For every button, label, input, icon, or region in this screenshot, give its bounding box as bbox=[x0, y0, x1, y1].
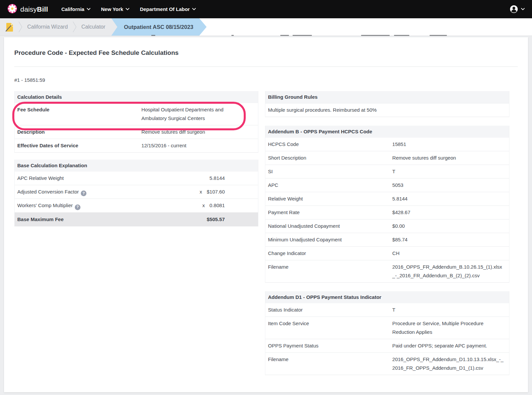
row-value: x 0.8081 bbox=[139, 201, 258, 210]
table-row: Fee Schedule Hospital Outpatient Departm… bbox=[15, 103, 258, 125]
base-maximum-fee-row: Base Maximum Fee $505.57 bbox=[15, 212, 258, 226]
row-value: 2016_OPPS_FR_Addendum_D1.10.13.15.xlsx_-… bbox=[390, 355, 507, 372]
row-value: 5.8144 bbox=[390, 195, 509, 203]
wizard-document-icon[interactable] bbox=[5, 22, 14, 32]
section-header: Base Calculation Explanation bbox=[15, 160, 258, 172]
row-value: 2016_OPPS_FR_Addendum_B.10.26.15_(1).xls… bbox=[390, 263, 507, 280]
nav-menu: California New York Department Of Labor bbox=[58, 3, 200, 15]
nav-item-california[interactable]: California bbox=[58, 3, 94, 15]
row-label: Filename bbox=[265, 263, 390, 280]
row-value: Procedure or Service, Multiple Procedure… bbox=[390, 319, 509, 336]
row-value: x $107.60 bbox=[139, 188, 258, 196]
section-header: Billing Ground Rules bbox=[265, 91, 509, 103]
row-label: OPPS Payment Status bbox=[265, 341, 390, 350]
user-icon bbox=[509, 5, 518, 14]
nav-item-label: New York bbox=[101, 6, 123, 12]
addendum-d1-table: Addendum D1 - OPPS Payment Status Indica… bbox=[265, 291, 509, 375]
row-label: APC Relative Weight bbox=[15, 174, 139, 183]
chevron-right-icon bbox=[72, 21, 77, 33]
row-label: National Unadjusted Copayment bbox=[265, 222, 390, 230]
row-label: Description bbox=[15, 128, 139, 136]
daisy-flower-icon bbox=[7, 4, 17, 15]
breadcrumb-trail: California Wizard Calculator bbox=[0, 18, 117, 36]
table-row: Filename 2016_OPPS_FR_Addendum_B.10.26.1… bbox=[265, 260, 509, 282]
table-row: Adjusted Conversion Factor? x $107.60 bbox=[15, 185, 258, 198]
row-value: 12/15/2016 - current bbox=[139, 141, 245, 150]
addendum-b-table: Addendum B - OPPS Payment HCPCS Code HCP… bbox=[265, 126, 509, 283]
row-value: T bbox=[390, 306, 509, 314]
table-row: Short Description Remove sutures diff su… bbox=[265, 151, 509, 165]
row-value: $0.00 bbox=[390, 222, 509, 230]
table-row: Description Remove sutures diff surgeon bbox=[15, 125, 258, 139]
row-label: Short Description bbox=[265, 154, 390, 162]
help-icon[interactable]: ? bbox=[75, 204, 80, 210]
table-row: Effective Dates of Service 12/15/2016 - … bbox=[15, 139, 258, 152]
chevron-right-icon bbox=[18, 21, 23, 33]
addendum-b-rows: HCPCS Code 15851 Short Description Remov… bbox=[265, 138, 509, 282]
help-icon[interactable]: ? bbox=[81, 191, 86, 196]
nav-item-department-of-labor[interactable]: Department Of Labor bbox=[136, 3, 200, 15]
table-row: HCPCS Code 15851 bbox=[265, 138, 509, 151]
calculation-details-rows: Fee Schedule Hospital Outpatient Departm… bbox=[15, 103, 258, 152]
row-value: $428.67 bbox=[390, 208, 509, 217]
section-header: Addendum D1 - OPPS Payment Status Indica… bbox=[265, 291, 509, 303]
row-label: SI bbox=[265, 167, 390, 176]
row-label: Adjusted Conversion Factor? bbox=[15, 188, 139, 196]
row-value: Remove sutures diff surgeon bbox=[139, 128, 245, 136]
row-label: Relative Weight bbox=[265, 195, 390, 203]
row-value: Remove sutures diff surgeon bbox=[390, 154, 509, 162]
table-row: SI T bbox=[265, 165, 509, 178]
row-label: Filename bbox=[265, 355, 390, 372]
table-row: Filename 2016_OPPS_FR_Addendum_D1.10.13.… bbox=[265, 352, 509, 375]
breadcrumb-item-california-wizard[interactable]: California Wizard bbox=[27, 24, 68, 30]
row-value: $85.74 bbox=[390, 235, 509, 244]
row-value: Paid under OPPS; separate APC payment. bbox=[390, 341, 509, 350]
billing-ground-rules-section: Billing Ground Rules Multiple surgical p… bbox=[265, 91, 509, 117]
app-root: daisyBill California New York Department… bbox=[0, 0, 532, 395]
billing-ground-rules-text: Multiple surgical procedures. Reimbursed… bbox=[265, 103, 509, 117]
table-row: Relative Weight 5.8144 bbox=[265, 192, 509, 205]
nav-item-label: California bbox=[62, 6, 84, 12]
content-card: Procedure Code - Expected Fee Schedule C… bbox=[4, 37, 528, 392]
breadcrumb-item-calculator[interactable]: Calculator bbox=[81, 24, 105, 30]
title-divider bbox=[14, 66, 518, 67]
row-label: HCPCS Code bbox=[265, 140, 390, 149]
row-label: Status Indicator bbox=[265, 306, 390, 314]
table-row: Payment Rate $428.67 bbox=[265, 205, 509, 219]
breadcrumb: California Wizard Calculator Outpatient … bbox=[0, 18, 532, 36]
chevron-down-icon bbox=[192, 8, 196, 10]
table-row: Change Indicator CH bbox=[265, 246, 509, 260]
row-label: APC bbox=[265, 181, 390, 190]
page-body: Procedure Code - Expected Fee Schedule C… bbox=[0, 36, 532, 395]
multiplication-operator: x bbox=[200, 188, 202, 196]
daisybill-logo[interactable]: daisyBill bbox=[7, 4, 48, 15]
procedure-item-heading: #1 - 15851:59 bbox=[14, 77, 518, 83]
user-menu[interactable] bbox=[509, 5, 525, 14]
breadcrumb-active-item[interactable]: Outpatient ASC 08/15/2023 bbox=[111, 18, 206, 36]
section-header: Calculation Details bbox=[15, 91, 258, 103]
row-value: 5053 bbox=[390, 181, 509, 190]
chevron-down-icon bbox=[126, 8, 129, 10]
table-row: OPPS Payment Status Paid under OPPS; sep… bbox=[265, 339, 509, 352]
row-value: T bbox=[390, 167, 509, 176]
section-header: Addendum B - OPPS Payment HCPCS Code bbox=[265, 126, 509, 138]
row-label: Minimum Unadjusted Copayment bbox=[265, 235, 390, 244]
row-value: Hospital Outpatient Departments and Ambu… bbox=[139, 105, 245, 123]
row-value: $505.57 bbox=[139, 215, 258, 224]
addendum-d1-rows: Status Indicator T Item Code Service Pro… bbox=[265, 303, 509, 375]
row-value: 5.8144 bbox=[139, 174, 258, 183]
row-label: Fee Schedule bbox=[15, 105, 139, 123]
row-label: Effective Dates of Service bbox=[15, 141, 139, 150]
calculation-details-table: Calculation Details Fee Schedule Hospita… bbox=[14, 91, 258, 153]
right-column: Billing Ground Rules Multiple surgical p… bbox=[265, 91, 509, 375]
nav-item-new-york[interactable]: New York bbox=[97, 3, 133, 15]
chevron-down-icon bbox=[87, 8, 90, 10]
chevron-down-icon bbox=[521, 8, 525, 10]
left-column: Calculation Details Fee Schedule Hospita… bbox=[14, 91, 258, 226]
top-nav-bar: daisyBill California New York Department… bbox=[0, 0, 532, 18]
base-calculation-table: Base Calculation Explanation APC Relativ… bbox=[14, 160, 258, 226]
row-label: Workers' Comp Multiplier? bbox=[15, 201, 139, 210]
table-row: APC Relative Weight 5.8144 bbox=[15, 172, 258, 185]
row-label: Change Indicator bbox=[265, 249, 390, 258]
multiplication-operator: x bbox=[202, 201, 205, 210]
